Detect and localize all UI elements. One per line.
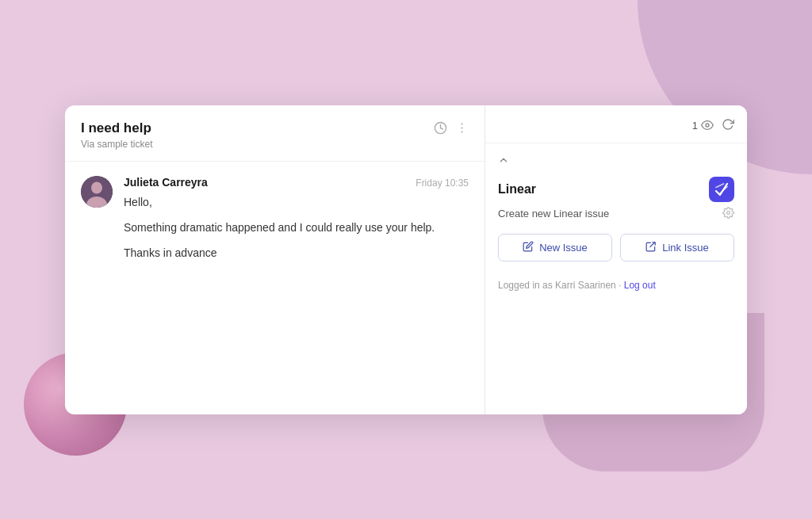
view-count: 1 — [692, 119, 714, 132]
ticket-header-actions — [434, 120, 469, 135]
ticket-header: I need help Via sample ticket — [65, 105, 485, 162]
message-text: Hello, Something dramatic happened and I… — [124, 193, 469, 262]
logout-link[interactable]: Log out — [624, 280, 656, 291]
refresh-icon[interactable] — [722, 118, 734, 133]
svg-point-7 — [706, 124, 709, 127]
avatar — [81, 176, 113, 208]
left-panel: I need help Via sample ticket — [65, 105, 485, 414]
create-label: Create new Linear issue — [498, 208, 609, 219]
more-icon[interactable] — [455, 121, 469, 135]
link-issue-icon — [645, 241, 657, 254]
message-line-1: Hello, — [124, 193, 469, 211]
view-count-number: 1 — [692, 120, 698, 132]
ticket-subtitle: Via sample ticket — [81, 139, 153, 150]
message-time: Friday 10:35 — [416, 177, 469, 189]
new-issue-button[interactable]: New Issue — [498, 234, 612, 261]
right-header: 1 — [485, 105, 747, 143]
actions-row: New Issue Link Issue — [498, 234, 734, 261]
link-issue-label: Link Issue — [662, 242, 709, 254]
svg-point-8 — [727, 211, 730, 214]
new-issue-label: New Issue — [539, 242, 588, 254]
message-line-2: Something dramatic happened and I could … — [124, 219, 469, 236]
gear-icon[interactable] — [722, 207, 734, 221]
eye-icon — [701, 119, 714, 132]
main-card: I need help Via sample ticket — [65, 105, 747, 414]
svg-point-3 — [461, 131, 462, 132]
svg-point-5 — [91, 181, 102, 193]
ticket-title-area: I need help Via sample ticket — [81, 120, 153, 150]
svg-point-2 — [461, 127, 462, 128]
linear-section: Linear Create new Linear issue — [485, 143, 747, 414]
sender-name: Julieta Carreyra — [124, 176, 208, 189]
ticket-title: I need help — [81, 120, 153, 137]
svg-point-1 — [461, 123, 462, 124]
message-content: Julieta Carreyra Friday 10:35 Hello, Som… — [124, 176, 469, 262]
message-meta: Julieta Carreyra Friday 10:35 — [124, 176, 469, 189]
right-header-icons: 1 — [692, 118, 734, 133]
message-row: Julieta Carreyra Friday 10:35 Hello, Som… — [81, 176, 469, 262]
avatar-image — [81, 176, 113, 208]
logged-in-text: Logged in as Karri Saarinen · — [498, 280, 624, 291]
message-line-3: Thanks in advance — [124, 244, 469, 261]
right-panel: 1 — [485, 105, 747, 414]
history-icon[interactable] — [434, 121, 447, 135]
message-area: Julieta Carreyra Friday 10:35 Hello, Som… — [65, 162, 485, 414]
collapse-button[interactable] — [498, 155, 734, 166]
linear-title: Linear — [498, 182, 536, 197]
logged-in-area: Logged in as Karri Saarinen · Log out — [498, 277, 734, 292]
create-header: Create new Linear issue — [498, 207, 734, 221]
link-issue-button[interactable]: Link Issue — [620, 234, 734, 261]
linear-logo — [709, 177, 734, 202]
linear-header: Linear — [498, 177, 734, 202]
new-issue-icon — [523, 241, 534, 254]
